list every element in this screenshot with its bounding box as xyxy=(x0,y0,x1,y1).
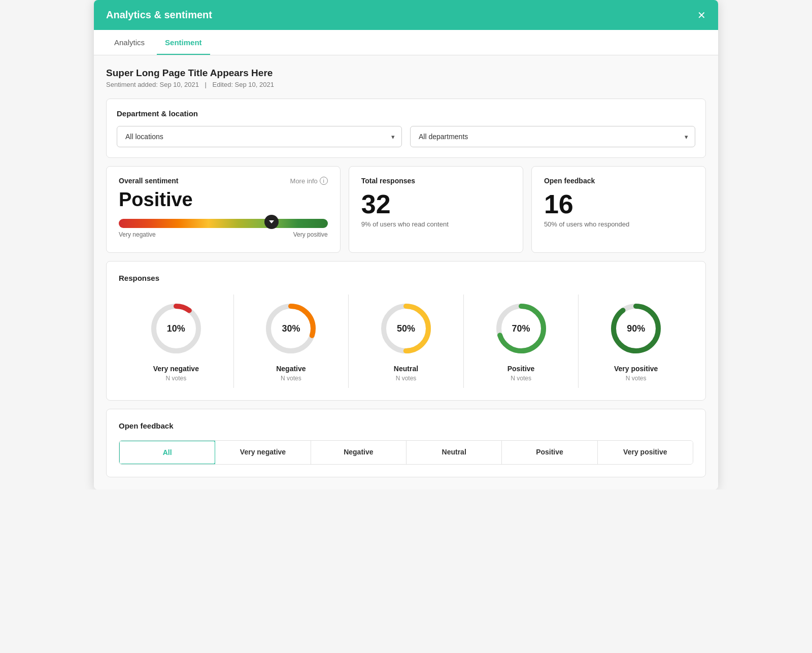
total-responses-title: Total responses xyxy=(361,177,511,185)
feedback-tab-neutral[interactable]: Neutral xyxy=(407,441,502,464)
donut-wrapper: 70% xyxy=(493,301,549,356)
overall-sentiment-card: Overall sentiment More info i Positive xyxy=(106,166,341,253)
metrics-row: Overall sentiment More info i Positive xyxy=(106,166,706,253)
open-feedback-value: 16 xyxy=(544,191,693,217)
bar-label-right: Very positive xyxy=(293,231,328,238)
sentiment-value: Positive xyxy=(119,189,328,211)
responses-title: Responses xyxy=(119,274,693,282)
more-info-text: More info xyxy=(290,177,318,185)
open-feedback-metric-title: Open feedback xyxy=(544,177,693,185)
info-icon: i xyxy=(320,177,328,185)
location-select-wrapper: All locations New York London Sydney ▾ xyxy=(117,126,402,147)
overall-sentiment-label: Overall sentiment xyxy=(119,177,179,185)
department-select[interactable]: All departments Engineering Marketing Sa… xyxy=(410,126,695,147)
filter-card: Department & location All locations New … xyxy=(106,99,706,158)
responses-card: Responses 10% Very negative N votes 30% … xyxy=(106,261,706,401)
app-container: Analytics & sentiment ✕ Analytics Sentim… xyxy=(94,0,718,489)
feedback-tab-negative[interactable]: Negative xyxy=(311,441,407,464)
donut-item: 30% Negative N votes xyxy=(234,295,349,388)
filter-row: All locations New York London Sydney ▾ A… xyxy=(117,126,695,147)
gradient-bar-container: Very negative Very positive xyxy=(119,219,328,238)
filter-title: Department & location xyxy=(117,109,695,118)
open-feedback-card: Open feedback 16 50% of users who respon… xyxy=(531,166,706,253)
donut-votes: N votes xyxy=(626,375,647,382)
bar-indicator xyxy=(264,215,279,229)
donut-item: 50% Neutral N votes xyxy=(349,295,464,388)
donut-item: 10% Very negative N votes xyxy=(119,295,234,388)
donut-percent: 70% xyxy=(512,323,530,334)
close-button[interactable]: ✕ xyxy=(697,10,706,20)
donut-votes: N votes xyxy=(165,375,186,382)
feedback-tab-very-negative[interactable]: Very negative xyxy=(215,441,311,464)
total-responses-card: Total responses 32 9% of users who read … xyxy=(349,166,523,253)
page-title-section: Super Long Page Title Appears Here Senti… xyxy=(106,68,706,88)
donut-label: Positive xyxy=(507,365,535,373)
donut-percent: 30% xyxy=(282,323,300,334)
feedback-tabs: AllVery negativeNegativeNeutralPositiveV… xyxy=(119,440,693,465)
donut-percent: 90% xyxy=(627,323,645,334)
sentiment-card-header: Overall sentiment More info i xyxy=(119,177,328,185)
total-responses-value: 32 xyxy=(361,191,511,217)
tabs-bar: Analytics Sentiment xyxy=(94,30,718,55)
total-responses-sub: 9% of users who read content xyxy=(361,220,511,228)
donut-wrapper: 10% xyxy=(148,301,204,356)
meta-sentiment: Sentiment added: Sep 10, 2021 xyxy=(106,81,199,88)
department-select-wrapper: All departments Engineering Marketing Sa… xyxy=(410,126,695,147)
feedback-tab-all[interactable]: All xyxy=(119,440,216,465)
more-info-button[interactable]: More info i xyxy=(290,177,328,185)
donut-label: Very negative xyxy=(153,365,199,373)
gradient-bar xyxy=(119,219,328,228)
feedback-tab-very-positive[interactable]: Very positive xyxy=(598,441,693,464)
donut-wrapper: 30% xyxy=(263,301,319,356)
meta-edited: Edited: Sep 10, 2021 xyxy=(213,81,274,88)
page-meta: Sentiment added: Sep 10, 2021 | Edited: … xyxy=(106,81,706,88)
donut-votes: N votes xyxy=(511,375,531,382)
tab-analytics[interactable]: Analytics xyxy=(106,30,153,55)
header: Analytics & sentiment ✕ xyxy=(94,0,718,30)
donut-row: 10% Very negative N votes 30% Negative N… xyxy=(119,295,693,388)
location-select[interactable]: All locations New York London Sydney xyxy=(117,126,402,147)
donut-wrapper: 50% xyxy=(378,301,434,356)
header-title: Analytics & sentiment xyxy=(106,9,212,21)
tab-sentiment[interactable]: Sentiment xyxy=(157,30,210,55)
feedback-tab-positive[interactable]: Positive xyxy=(502,441,597,464)
open-feedback-sub: 50% of users who responded xyxy=(544,220,693,228)
donut-label: Negative xyxy=(276,365,306,373)
feedback-section-title: Open feedback xyxy=(119,421,693,430)
donut-item: 70% Positive N votes xyxy=(464,295,579,388)
donut-votes: N votes xyxy=(281,375,301,382)
donut-votes: N votes xyxy=(396,375,417,382)
donut-item: 90% Very positive N votes xyxy=(579,295,693,388)
page-title: Super Long Page Title Appears Here xyxy=(106,68,706,79)
donut-percent: 10% xyxy=(167,323,185,334)
donut-label: Neutral xyxy=(394,365,418,373)
donut-percent: 50% xyxy=(397,323,415,334)
donut-wrapper: 90% xyxy=(608,301,664,356)
feedback-section-card: Open feedback AllVery negativeNegativeNe… xyxy=(106,409,706,477)
bar-label-left: Very negative xyxy=(119,231,156,238)
meta-sep: | xyxy=(205,81,207,88)
bar-labels: Very negative Very positive xyxy=(119,231,328,238)
content-area: Super Long Page Title Appears Here Senti… xyxy=(94,55,718,489)
donut-label: Very positive xyxy=(614,365,658,373)
